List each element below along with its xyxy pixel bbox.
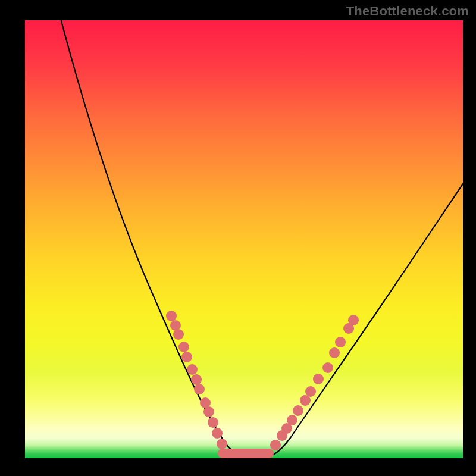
outer-frame: TheBottleneck.com	[0, 0, 476, 476]
watermark-text: TheBottleneck.com	[346, 4, 469, 19]
chart-marker	[348, 315, 359, 325]
chart-marker	[173, 329, 184, 340]
chart-marker	[208, 417, 218, 428]
chart-marker	[203, 406, 214, 417]
chart-marker	[322, 362, 333, 373]
chart-marker	[329, 347, 340, 358]
chart-overlay	[25, 20, 463, 458]
chart-marker	[166, 311, 177, 321]
chart-marker	[187, 364, 198, 375]
chart-marker	[305, 386, 316, 397]
chart-marker	[212, 428, 223, 439]
chart-marker	[270, 440, 281, 450]
chart-marker	[335, 337, 346, 347]
chart-marker	[313, 374, 324, 384]
chart-marker	[300, 395, 311, 406]
chart-marker	[194, 384, 205, 394]
chart-marker	[293, 405, 303, 416]
floor-marker-band	[218, 449, 274, 458]
chart-marker	[287, 415, 298, 425]
chart-marker	[191, 374, 202, 385]
bottleneck-curve	[60, 20, 463, 457]
chart-marker	[181, 352, 192, 362]
chart-marker	[178, 342, 189, 352]
chart-marker	[217, 439, 227, 449]
